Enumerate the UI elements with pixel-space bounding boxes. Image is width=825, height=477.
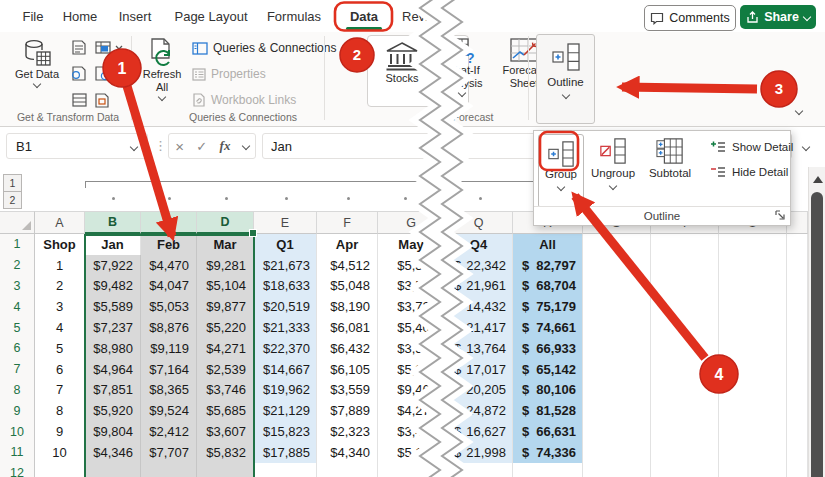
cell[interactable] xyxy=(583,421,651,443)
cell[interactable]: $8,876 xyxy=(141,317,197,339)
cell[interactable]: 5 xyxy=(35,338,85,360)
tab-review[interactable]: Review xyxy=(396,0,464,32)
cell[interactable] xyxy=(254,463,317,477)
cell[interactable] xyxy=(197,463,254,477)
cell[interactable] xyxy=(719,296,787,318)
cell[interactable]: $3,401 xyxy=(378,421,445,443)
row-header[interactable]: 2 xyxy=(0,255,35,277)
cell[interactable]: Feb xyxy=(141,234,197,256)
cell[interactable]: $4,470 xyxy=(141,255,197,277)
cell[interactable]: $9,281 xyxy=(197,255,254,277)
cell[interactable] xyxy=(651,317,719,339)
cell[interactable]: $66,933 xyxy=(513,338,583,360)
cell[interactable]: $81,528 xyxy=(513,400,583,422)
row-header[interactable]: 1 xyxy=(0,234,35,256)
scroll-up-icon[interactable] xyxy=(813,176,823,183)
cell[interactable]: $22,370 xyxy=(254,338,317,360)
cell[interactable]: $4,512 xyxy=(317,255,378,277)
cell[interactable] xyxy=(583,338,651,360)
row-header[interactable]: 8 xyxy=(0,380,35,402)
cell[interactable]: $21,961 xyxy=(445,276,513,298)
cell[interactable]: $3,538 xyxy=(378,338,445,360)
cell[interactable]: $5,589 xyxy=(85,296,141,318)
cell[interactable]: $5,685 xyxy=(197,400,254,422)
cell[interactable]: $21,998 xyxy=(445,442,513,464)
cell[interactable]: 9 xyxy=(35,421,85,443)
row-header[interactable]: 9 xyxy=(0,400,35,422)
cell[interactable]: Jan xyxy=(85,234,141,256)
cell[interactable]: $4,346 xyxy=(85,442,141,464)
row-header[interactable]: 5 xyxy=(0,317,35,339)
cell[interactable]: 1 xyxy=(35,255,85,277)
cell[interactable]: $20,519 xyxy=(254,296,317,318)
cell[interactable]: $4,047 xyxy=(141,276,197,298)
workbook-links-button[interactable]: Workbook Links xyxy=(192,93,296,107)
subtotal-button[interactable]: Subtotal xyxy=(642,137,698,179)
cell[interactable]: Q4 xyxy=(445,234,513,256)
cell[interactable] xyxy=(719,317,787,339)
cell[interactable]: $8,365 xyxy=(141,380,197,402)
tab-home[interactable]: Home xyxy=(56,0,104,32)
cell[interactable]: All xyxy=(513,234,583,256)
cell[interactable]: $14,667 xyxy=(254,359,317,381)
cell[interactable]: $14,432 xyxy=(445,296,513,318)
cell[interactable]: $13,764 xyxy=(445,338,513,360)
ungroup-button[interactable]: Ungroup xyxy=(586,137,640,189)
cell[interactable] xyxy=(651,276,719,298)
cell[interactable]: $5,104 xyxy=(197,276,254,298)
cell[interactable] xyxy=(787,400,808,422)
tab-file[interactable]: File xyxy=(12,0,54,32)
column-header[interactable]: E xyxy=(254,211,317,234)
cell[interactable] xyxy=(651,421,719,443)
cell[interactable]: $7,922 xyxy=(85,255,141,277)
cell[interactable]: $5,053 xyxy=(141,296,197,318)
cell[interactable]: $7,164 xyxy=(141,359,197,381)
cell[interactable] xyxy=(583,234,651,256)
column-header[interactable]: C xyxy=(141,211,197,234)
cell[interactable] xyxy=(787,442,808,464)
tab-page-layout[interactable]: Page Layout xyxy=(166,0,256,32)
cell[interactable]: $5,120 xyxy=(378,442,445,464)
cell[interactable]: Mar xyxy=(197,234,254,256)
tab-data[interactable]: Data xyxy=(336,0,392,32)
comments-button[interactable]: Comments xyxy=(644,5,736,31)
cell[interactable] xyxy=(85,463,141,477)
cell[interactable] xyxy=(719,338,787,360)
cell[interactable] xyxy=(141,463,197,477)
cell[interactable] xyxy=(719,442,787,464)
cell[interactable] xyxy=(651,359,719,381)
cell[interactable]: $3,746 xyxy=(197,380,254,402)
cell[interactable]: $5,405 xyxy=(378,317,445,339)
cell[interactable]: $80,106 xyxy=(513,380,583,402)
cell[interactable] xyxy=(787,317,808,339)
cell[interactable] xyxy=(787,380,808,402)
cell[interactable] xyxy=(583,463,651,477)
scrollbar-thumb[interactable] xyxy=(811,192,823,477)
column-header[interactable]: B xyxy=(85,211,141,234)
cell[interactable]: $21,673 xyxy=(254,255,317,277)
cell[interactable]: $5,832 xyxy=(197,442,254,464)
vertical-scrollbar[interactable] xyxy=(808,167,825,477)
queries-connections-button[interactable]: Queries & Connections xyxy=(192,41,336,55)
tab-insert[interactable]: Insert xyxy=(108,0,162,32)
column-header[interactable]: A xyxy=(35,211,85,234)
cell[interactable]: $68,704 xyxy=(513,276,583,298)
cell[interactable] xyxy=(651,442,719,464)
cell[interactable] xyxy=(787,234,808,256)
cell[interactable] xyxy=(719,255,787,277)
cell[interactable]: $3,559 xyxy=(317,380,378,402)
cell[interactable]: Apr xyxy=(317,234,378,256)
hide-detail-button[interactable]: Hide Detail xyxy=(710,165,788,179)
cell[interactable]: $3,725 xyxy=(378,296,445,318)
cell[interactable] xyxy=(583,255,651,277)
cell[interactable]: $21,129 xyxy=(254,400,317,422)
cell[interactable]: 6 xyxy=(35,359,85,381)
cell[interactable]: $82,797 xyxy=(513,255,583,277)
cell[interactable]: $18,633 xyxy=(254,276,317,298)
get-data-button[interactable]: Get Data xyxy=(12,38,62,87)
column-header[interactable]: G xyxy=(378,211,445,234)
row-header[interactable]: 4 xyxy=(0,296,35,318)
tab-formulas[interactable]: Formulas xyxy=(258,0,330,32)
row-header[interactable]: 6 xyxy=(0,338,35,360)
cell[interactable]: $7,237 xyxy=(85,317,141,339)
